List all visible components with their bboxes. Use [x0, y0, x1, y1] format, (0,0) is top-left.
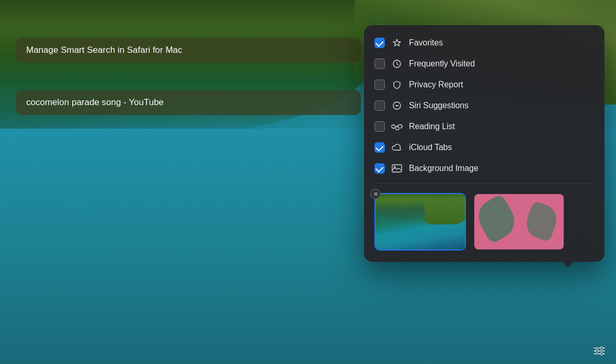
svg-point-11	[600, 352, 603, 355]
svg-rect-4	[392, 165, 402, 172]
divider	[374, 183, 594, 184]
checkbox-icloud-tabs[interactable]	[374, 142, 385, 153]
menu-item-frequently-visited[interactable]: Frequently Visited	[364, 53, 604, 74]
checkbox-reading-list[interactable]	[374, 121, 385, 132]
image-icon	[391, 163, 403, 174]
sliders-settings-icon[interactable]	[590, 344, 609, 358]
close-landscape-thumb[interactable]: ✕	[370, 189, 381, 199]
menu-item-background-image[interactable]: Background Image	[364, 158, 604, 179]
svg-point-9	[600, 347, 603, 349]
landscape-image	[375, 194, 465, 249]
menu-item-privacy-report[interactable]: Privacy Report	[364, 74, 604, 95]
menu-item-favorites[interactable]: Favorites	[364, 32, 604, 53]
cliff-overlay	[0, 0, 377, 136]
menu-label-reading-list: Reading List	[409, 122, 455, 131]
search-result-1-text: Manage Smart Search in Safari for Mac	[26, 45, 182, 55]
menu-label-background-image: Background Image	[409, 164, 478, 173]
star-icon	[391, 37, 403, 49]
menu-label-icloud-tabs: iCloud Tabs	[409, 143, 452, 152]
menu-label-privacy-report: Privacy Report	[409, 80, 463, 89]
checkbox-siri-suggestions[interactable]	[374, 100, 385, 111]
menu-label-frequently-visited: Frequently Visited	[409, 59, 475, 69]
shield-icon	[391, 79, 403, 90]
thumbnails-area: ✕	[364, 188, 604, 253]
cloud-icon	[391, 142, 403, 153]
svg-point-10	[596, 350, 598, 352]
search-result-2-text: cocomelon parade song - YouTube	[26, 97, 164, 107]
checkbox-background-image[interactable]	[374, 163, 385, 174]
menu-label-favorites: Favorites	[409, 38, 443, 48]
menu-item-reading-list[interactable]: Reading List	[364, 116, 604, 137]
bottom-controls	[590, 344, 609, 358]
infinity-icon	[391, 121, 403, 132]
search-result-2[interactable]: cocomelon parade song - YouTube	[16, 90, 361, 115]
thumb-wrapper-butterfly	[473, 193, 565, 251]
siri-icon	[391, 100, 403, 111]
thumbnail-landscape[interactable]	[374, 193, 466, 251]
thumb-wrapper-landscape: ✕	[374, 193, 466, 251]
butterfly-image	[474, 194, 564, 249]
menu-item-siri-suggestions[interactable]: Siri Suggestions	[364, 95, 604, 116]
menu-label-siri-suggestions: Siri Suggestions	[409, 101, 469, 110]
checkbox-privacy-report[interactable]	[374, 79, 385, 90]
clock-icon	[391, 58, 403, 70]
svg-point-3	[396, 105, 398, 107]
thumbnail-butterfly[interactable]	[473, 193, 565, 251]
checkbox-frequently-visited[interactable]	[374, 59, 385, 69]
search-result-1[interactable]: Manage Smart Search in Safari for Mac	[16, 38, 361, 63]
menu-item-icloud-tabs[interactable]: iCloud Tabs	[364, 137, 604, 158]
checkbox-favorites[interactable]	[374, 38, 385, 48]
customize-dropdown: Favorites Frequently Visited Privacy Rep…	[364, 25, 604, 262]
